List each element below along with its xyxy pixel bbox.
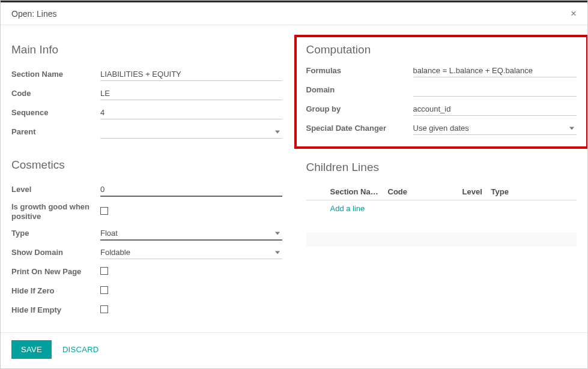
modal-body: Main Info Section Name Code Sequence Par… — [1, 25, 587, 332]
level-input[interactable] — [100, 183, 282, 197]
formulas-input[interactable] — [413, 64, 577, 77]
type-select[interactable] — [100, 227, 282, 241]
code-label: Code — [11, 89, 100, 98]
modal-footer: SAVE DISCARD — [1, 332, 587, 368]
col-section-name: Section Na… — [330, 187, 388, 196]
col-type: Type — [491, 187, 577, 196]
hide-if-zero-checkbox[interactable] — [100, 286, 108, 294]
children-table-head: Section Na… Code Level Type — [306, 184, 577, 200]
main-info-heading: Main Info — [11, 43, 282, 56]
section-cosmetics: Cosmetics Level Is growth good when posi… — [11, 158, 282, 319]
close-icon[interactable]: × — [571, 8, 577, 19]
show-domain-label: Show Domain — [11, 248, 100, 257]
discard-button[interactable]: DISCARD — [62, 345, 99, 354]
groupby-label: Group by — [306, 104, 413, 114]
save-button[interactable]: SAVE — [11, 340, 52, 359]
children-lines-heading: Children Lines — [306, 161, 577, 174]
date-changer-label: Special Date Changer — [306, 124, 413, 133]
modal-title: Open: Lines — [11, 9, 57, 19]
formulas-label: Formulas — [306, 66, 413, 76]
section-main-info: Main Info Section Name Code Sequence Par… — [11, 43, 282, 140]
table-row: Add a line — [306, 200, 577, 217]
col-code: Code — [388, 187, 462, 196]
show-domain-select[interactable] — [100, 246, 282, 259]
right-column: Computation Formulas Domain Group by Spe… — [306, 43, 577, 326]
cosmetics-heading: Cosmetics — [11, 158, 282, 172]
left-column: Main Info Section Name Code Sequence Par… — [11, 43, 282, 326]
section-name-label: Section Name — [11, 70, 100, 79]
section-name-input[interactable] — [100, 68, 282, 81]
hide-if-empty-label: Hide If Empty — [11, 305, 100, 315]
growth-checkbox[interactable] — [100, 207, 108, 215]
modal-open-lines: Open: Lines × Main Info Section Name Cod… — [0, 0, 588, 369]
type-label: Type — [11, 229, 100, 238]
sequence-input[interactable] — [100, 106, 282, 119]
print-new-page-checkbox[interactable] — [100, 267, 108, 275]
parent-label: Parent — [11, 127, 100, 137]
level-label: Level — [11, 185, 100, 194]
modal-header: Open: Lines × — [1, 2, 587, 25]
computation-heading: Computation — [306, 43, 577, 56]
domain-input[interactable] — [413, 83, 577, 97]
children-table: Section Na… Code Level Type Add a line — [306, 184, 577, 217]
col-level: Level — [462, 187, 491, 196]
code-input[interactable] — [100, 87, 282, 100]
print-new-page-label: Print On New Page — [11, 267, 100, 277]
hide-if-zero-label: Hide If Zero — [11, 286, 100, 296]
section-children-lines: Children Lines Section Na… Code Level Ty… — [306, 161, 577, 247]
empty-strip — [306, 232, 577, 247]
add-line-link[interactable]: Add a line — [330, 204, 365, 213]
parent-select[interactable] — [100, 125, 282, 139]
hide-if-empty-checkbox[interactable] — [100, 305, 108, 313]
sequence-label: Sequence — [11, 108, 100, 118]
domain-label: Domain — [306, 85, 413, 95]
date-changer-select[interactable] — [413, 122, 577, 135]
computation-highlight: Computation Formulas Domain Group by Spe… — [294, 35, 588, 149]
groupby-input[interactable] — [413, 103, 577, 116]
growth-label: Is growth good when positive — [11, 200, 100, 223]
